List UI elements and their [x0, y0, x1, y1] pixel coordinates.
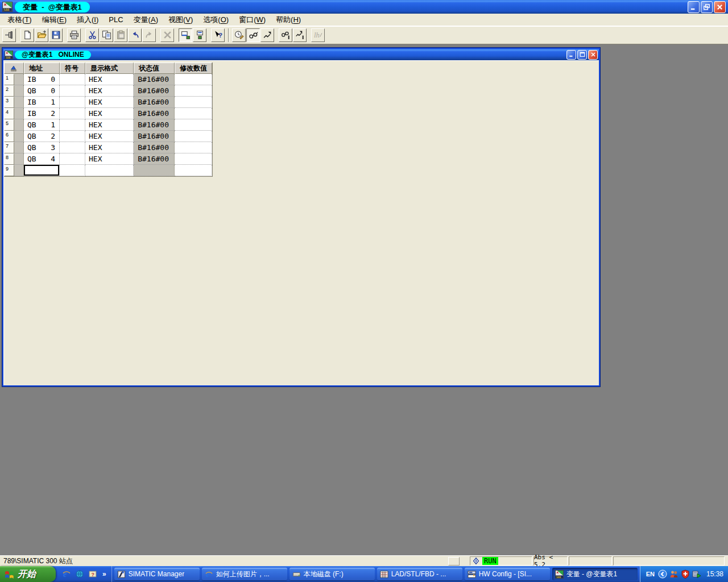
- menu-item-2[interactable]: 编辑(E): [37, 14, 72, 26]
- address-cell[interactable]: QB1: [24, 119, 60, 131]
- menu-item-4[interactable]: PLC: [104, 14, 128, 25]
- windows-media-icon[interactable]: [75, 569, 85, 579]
- format-cell[interactable]: HEX: [85, 97, 134, 108]
- modify-value-cell[interactable]: [175, 97, 212, 108]
- menu-item-5[interactable]: 变量(A): [129, 14, 163, 26]
- symbol-cell[interactable]: [60, 165, 85, 176]
- menu-item-6[interactable]: 视图(V): [163, 14, 198, 26]
- help-select-button[interactable]: ?: [211, 28, 225, 42]
- format-cell[interactable]: HEX: [85, 142, 134, 153]
- menu-item-3[interactable]: 插入(I): [72, 14, 104, 26]
- symbol-cell[interactable]: [60, 85, 85, 97]
- restore-button[interactable]: [701, 1, 713, 13]
- row-number-cell[interactable]: 3: [4, 97, 14, 108]
- maximize-button[interactable]: [577, 50, 587, 60]
- minimize-button[interactable]: [566, 50, 576, 60]
- address-cell[interactable]: IB2: [24, 108, 60, 119]
- open-button[interactable]: [35, 28, 48, 42]
- start-button[interactable]: 开始: [0, 566, 56, 582]
- modify-value-cell[interactable]: [175, 85, 212, 97]
- table-corner-header[interactable]: [4, 63, 24, 74]
- menu-item-9[interactable]: 帮助(H): [271, 14, 306, 26]
- row-number-cell[interactable]: 7: [4, 142, 14, 153]
- modify-once-button[interactable]: [293, 28, 307, 42]
- symbol-cell[interactable]: [60, 153, 85, 165]
- address-cell[interactable]: IB0: [24, 74, 60, 85]
- help-viewer-icon[interactable]: ?: [88, 569, 98, 579]
- taskbar-button-1[interactable]: SIMATIC Manager: [114, 568, 200, 580]
- quicklaunch-overflow-chevron[interactable]: »: [102, 570, 106, 578]
- format-cell[interactable]: [85, 165, 134, 176]
- modify-value-cell[interactable]: [175, 119, 212, 131]
- row-number-cell[interactable]: 8: [4, 153, 14, 165]
- address-cell[interactable]: IB1: [24, 97, 60, 108]
- taskbar-button-6[interactable]: S88变量 - @变量表1: [552, 568, 638, 580]
- modify-value-cell[interactable]: [175, 131, 212, 142]
- column-header-5[interactable]: 修改数值: [175, 63, 212, 74]
- row-number-cell[interactable]: 1: [4, 74, 14, 85]
- row-number-cell[interactable]: 5: [4, 119, 14, 131]
- format-cell[interactable]: HEX: [85, 108, 134, 119]
- taskbar-button-2[interactable]: e如何上传图片，...: [202, 568, 287, 580]
- row-number-cell[interactable]: 9: [4, 165, 14, 176]
- format-cell[interactable]: HEX: [85, 131, 134, 142]
- column-header-4[interactable]: 状态值: [134, 63, 175, 74]
- clock[interactable]: 15:38: [706, 570, 723, 578]
- menu-item-7[interactable]: 选项(O): [198, 14, 234, 26]
- address-cell[interactable]: QB2: [24, 131, 60, 142]
- address-cell[interactable]: QB4: [24, 153, 60, 165]
- taskbar-button-5[interactable]: HW Config - [SI...: [465, 568, 550, 580]
- column-header-1[interactable]: 地址: [24, 63, 60, 74]
- format-cell[interactable]: HEX: [85, 119, 134, 131]
- close-button[interactable]: [588, 50, 598, 60]
- selected-cell[interactable]: [24, 165, 60, 176]
- format-cell[interactable]: HEX: [85, 153, 134, 165]
- cut-button[interactable]: [85, 28, 99, 42]
- menu-item-1[interactable]: 表格(T): [2, 14, 37, 26]
- new-button[interactable]: [20, 28, 34, 42]
- symbol-cell[interactable]: [60, 131, 85, 142]
- modify-value-cell[interactable]: [175, 142, 212, 153]
- modify-value-cell[interactable]: [175, 108, 212, 119]
- connect-direct-cpu-button[interactable]: [193, 28, 206, 42]
- internet-explorer-icon[interactable]: e: [61, 569, 72, 579]
- modify-value-cell[interactable]: [175, 165, 212, 176]
- close-button[interactable]: [714, 1, 726, 13]
- format-cell[interactable]: HEX: [85, 85, 134, 97]
- modify-trigger-button[interactable]: [232, 28, 246, 42]
- symbol-cell[interactable]: [60, 97, 85, 108]
- taskbar-button-4[interactable]: LAD/STL/FBD - ...: [377, 568, 462, 580]
- copy-button[interactable]: [100, 28, 113, 42]
- row-number-cell[interactable]: 4: [4, 108, 14, 119]
- monitor-once-button[interactable]: [279, 28, 292, 42]
- minimize-button[interactable]: [688, 1, 700, 13]
- print-button[interactable]: [67, 28, 81, 42]
- taskbar-button-3[interactable]: 本地磁盘 (F:): [289, 568, 375, 580]
- modify-variables-button[interactable]: [260, 28, 274, 42]
- messenger-icon[interactable]: [669, 569, 679, 579]
- plc-runtime-icon[interactable]: [692, 569, 702, 579]
- connect-configured-cpu-button[interactable]: [179, 28, 192, 42]
- symbol-cell[interactable]: [60, 74, 85, 85]
- address-cell[interactable]: QB3: [24, 142, 60, 153]
- modify-value-cell[interactable]: [175, 74, 212, 85]
- monitor-variables-button[interactable]: [246, 28, 260, 42]
- column-header-2[interactable]: 符号: [60, 63, 85, 74]
- collapse-chevron-icon[interactable]: [658, 569, 668, 579]
- security-center-icon[interactable]: [681, 569, 690, 579]
- row-number-cell[interactable]: 6: [4, 131, 14, 142]
- vat-titlebar[interactable]: S88 @变量表1 ONLINE: [3, 49, 599, 60]
- language-indicator[interactable]: EN: [646, 571, 655, 577]
- column-header-3[interactable]: 显示格式: [85, 63, 134, 74]
- save-button[interactable]: [49, 28, 63, 42]
- row-number-cell[interactable]: 2: [4, 85, 14, 97]
- menu-item-8[interactable]: 窗口(W): [234, 14, 271, 26]
- modify-value-cell[interactable]: [175, 153, 212, 165]
- address-cell[interactable]: QB0: [24, 85, 60, 97]
- symbol-cell[interactable]: [60, 119, 85, 131]
- format-cell[interactable]: HEX: [85, 74, 134, 85]
- pin-button[interactable]: [2, 28, 16, 42]
- undo-button[interactable]: [128, 28, 142, 42]
- symbol-cell[interactable]: [60, 142, 85, 153]
- symbol-cell[interactable]: [60, 108, 85, 119]
